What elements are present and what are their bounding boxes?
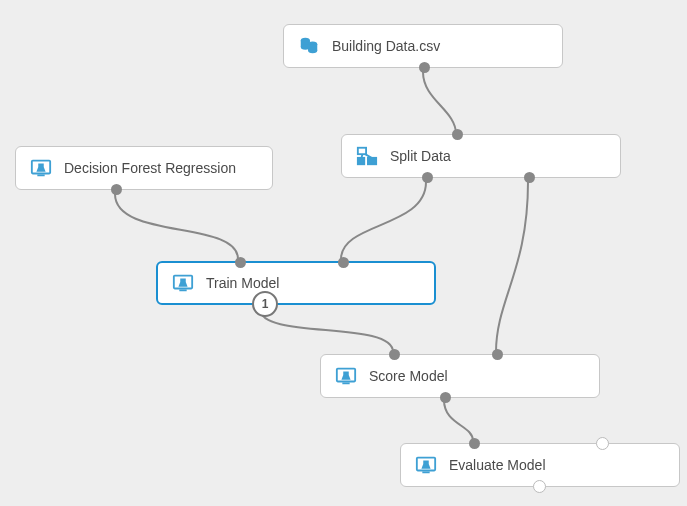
- edge-split-to-train: [341, 182, 426, 259]
- output-port-unconnected[interactable]: [533, 480, 546, 493]
- edge-forest-to-train: [115, 194, 238, 259]
- node-label: Building Data.csv: [332, 38, 440, 54]
- pipeline-canvas[interactable]: Building Data.csv Split Data Decision Fo…: [0, 0, 687, 506]
- node-label: Train Model: [206, 275, 279, 291]
- input-port-2[interactable]: [338, 257, 349, 268]
- edge-building-to-split: [423, 72, 456, 134]
- node-train-model[interactable]: Train Model 1: [156, 261, 436, 305]
- output-port[interactable]: [111, 184, 122, 195]
- input-port-1[interactable]: [389, 349, 400, 360]
- node-label: Score Model: [369, 368, 448, 384]
- edge-train-to-score: [260, 309, 393, 352]
- edge-split-to-score: [496, 182, 528, 352]
- svg-point-5: [308, 48, 317, 54]
- node-label: Decision Forest Regression: [64, 160, 236, 176]
- node-building-data[interactable]: Building Data.csv: [283, 24, 563, 68]
- experiment-icon: [415, 454, 437, 476]
- input-port-2[interactable]: [492, 349, 503, 360]
- svg-rect-6: [358, 148, 366, 154]
- input-port-1[interactable]: [469, 438, 480, 449]
- output-port-1[interactable]: [422, 172, 433, 183]
- split-icon: [356, 145, 378, 167]
- input-port-1[interactable]: [235, 257, 246, 268]
- node-badge: 1: [252, 291, 278, 317]
- edge-score-to-evaluate: [444, 400, 473, 441]
- output-port[interactable]: [440, 392, 451, 403]
- input-port[interactable]: [452, 129, 463, 140]
- svg-rect-8: [368, 158, 376, 164]
- node-evaluate-model[interactable]: Evaluate Model: [400, 443, 680, 487]
- node-decision-forest[interactable]: Decision Forest Regression: [15, 146, 273, 190]
- output-port-2[interactable]: [524, 172, 535, 183]
- svg-rect-7: [358, 158, 364, 164]
- database-icon: [298, 35, 320, 57]
- output-port[interactable]: [419, 62, 430, 73]
- node-label: Split Data: [390, 148, 451, 164]
- edge-layer: [0, 0, 687, 506]
- node-score-model[interactable]: Score Model: [320, 354, 600, 398]
- input-port-2-unconnected[interactable]: [596, 437, 609, 450]
- experiment-icon: [335, 365, 357, 387]
- experiment-icon: [172, 272, 194, 294]
- experiment-icon: [30, 157, 52, 179]
- node-label: Evaluate Model: [449, 457, 546, 473]
- node-split-data[interactable]: Split Data: [341, 134, 621, 178]
